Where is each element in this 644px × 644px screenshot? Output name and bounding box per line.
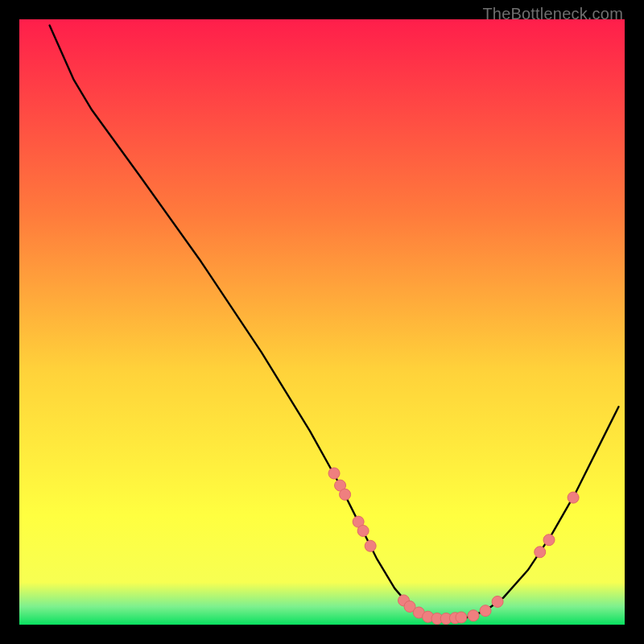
data-marker — [357, 525, 369, 536]
data-marker — [568, 492, 579, 503]
data-marker — [456, 612, 467, 623]
data-marker — [468, 610, 479, 621]
data-marker — [535, 547, 546, 558]
data-marker — [543, 535, 555, 546]
chart-frame — [19, 19, 625, 625]
bottleneck-curve-chart — [19, 19, 625, 625]
data-marker — [365, 540, 376, 551]
data-marker — [328, 468, 340, 479]
data-marker — [340, 489, 351, 500]
data-marker — [492, 596, 503, 607]
gradient-background — [19, 19, 625, 625]
data-marker — [480, 605, 491, 617]
